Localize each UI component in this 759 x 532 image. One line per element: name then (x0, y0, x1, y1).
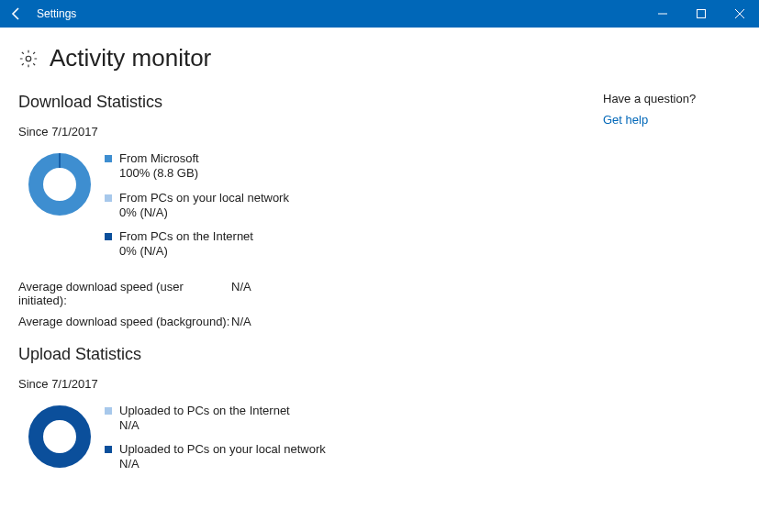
legend-value: N/A (119, 418, 290, 433)
legend-label: Uploaded to PCs on the Internet (119, 404, 290, 418)
arrow-left-icon (9, 6, 24, 21)
legend-value: 0% (N/A) (119, 244, 253, 259)
svg-rect-1 (698, 10, 706, 18)
speed-label: Average download speed (user initiated): (18, 280, 231, 307)
titlebar: Settings (0, 0, 759, 28)
legend-label: From PCs on your local network (119, 191, 289, 205)
speed-value: N/A (231, 280, 268, 307)
legend-item: From Microsoft 100% (8.8 GB) (105, 151, 289, 182)
download-stats: From Microsoft 100% (8.8 GB) From PCs on… (18, 151, 603, 269)
download-speeds: Average download speed (user initiated):… (18, 280, 603, 328)
download-donut-chart (27, 151, 93, 217)
legend-label: From PCs on the Internet (119, 229, 253, 244)
legend-value: N/A (119, 457, 326, 471)
speed-row: Average download speed (background): N/A (18, 315, 603, 328)
upload-since: Since 7/1/2017 (18, 377, 603, 391)
main-content: Activity monitor Download Statistics Sin… (18, 44, 603, 493)
minimize-icon (658, 9, 667, 18)
window-controls (643, 0, 759, 28)
maximize-button[interactable] (682, 0, 720, 28)
legend-swatch (105, 233, 112, 240)
close-button[interactable] (720, 0, 759, 28)
legend-label: From Microsoft (119, 151, 199, 166)
upload-donut-chart (27, 404, 93, 470)
legend-item: From PCs on your local network 0% (N/A) (105, 191, 289, 221)
speed-row: Average download speed (user initiated):… (18, 280, 603, 307)
legend-swatch (105, 407, 112, 415)
legend-item: From PCs on the Internet 0% (N/A) (105, 229, 289, 260)
gear-icon (18, 49, 39, 69)
minimize-button[interactable] (643, 0, 682, 28)
upload-stats: Uploaded to PCs on the Internet N/A Uplo… (18, 404, 603, 482)
legend-item: Uploaded to PCs on the Internet N/A (105, 404, 326, 434)
window-title: Settings (33, 7, 76, 20)
close-icon (735, 9, 744, 18)
side-panel: Have a question? Get help (603, 44, 741, 493)
page-header: Activity monitor (18, 44, 603, 72)
speed-label: Average download speed (background): (18, 315, 231, 328)
svg-point-7 (36, 413, 84, 460)
download-legend: From Microsoft 100% (8.8 GB) From PCs on… (101, 151, 289, 269)
legend-item: Uploaded to PCs on your local network N/… (105, 442, 326, 472)
legend-value: 0% (N/A) (119, 205, 289, 220)
page-title: Activity monitor (50, 44, 211, 72)
download-since: Since 7/1/2017 (18, 125, 603, 139)
back-button[interactable] (0, 0, 33, 28)
speed-value: N/A (231, 315, 268, 328)
legend-swatch (105, 194, 112, 202)
svg-point-4 (26, 56, 31, 61)
maximize-icon (697, 9, 706, 18)
upload-legend: Uploaded to PCs on the Internet N/A Uplo… (101, 404, 326, 482)
legend-swatch (105, 155, 112, 162)
legend-swatch (105, 446, 112, 453)
upload-heading: Upload Statistics (18, 345, 603, 364)
get-help-link[interactable]: Get help (603, 113, 731, 127)
legend-value: 100% (8.8 GB) (119, 166, 199, 181)
legend-label: Uploaded to PCs on your local network (119, 442, 326, 457)
download-heading: Download Statistics (18, 93, 603, 112)
side-heading: Have a question? (603, 92, 731, 105)
